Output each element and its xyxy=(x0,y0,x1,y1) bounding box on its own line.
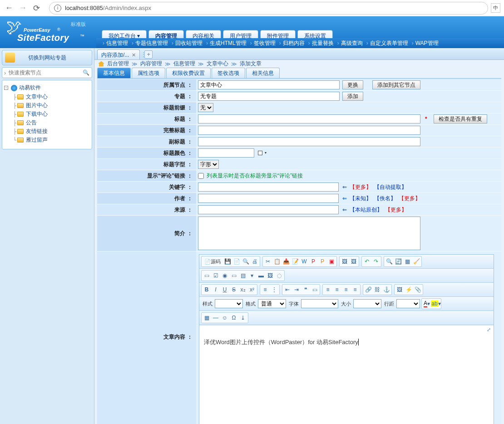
input-full-title[interactable] xyxy=(198,126,420,135)
newpage-icon[interactable]: 📄 xyxy=(232,257,241,266)
btn-source[interactable]: 📄 源码 xyxy=(202,257,223,266)
tree-item-article[interactable]: ├文章中心 xyxy=(4,93,90,101)
tree-item-notice[interactable]: ├公告 xyxy=(4,118,90,127)
bgcolor-icon[interactable]: ab▾ xyxy=(431,299,440,308)
select-title-prefix[interactable]: 无 xyxy=(198,103,213,112)
copy-icon[interactable]: 📋 xyxy=(272,257,282,266)
subnav-customform[interactable]: 自定义表单管理 xyxy=(366,39,408,47)
sidebar-switch-topic[interactable]: 切换到网站专题 xyxy=(2,50,92,65)
link-source-orig[interactable]: 【本站原创】 xyxy=(350,206,382,214)
radio-icon[interactable]: ◉ xyxy=(220,271,229,280)
tree-item-links[interactable]: ├友情链接 xyxy=(4,127,90,136)
color-picker-icon[interactable] xyxy=(258,151,262,155)
hidden-icon[interactable]: ◌ xyxy=(275,271,284,280)
checkbox-icon[interactable]: ☑ xyxy=(211,271,220,280)
forward-button[interactable]: → xyxy=(17,3,28,14)
align-left-icon[interactable]: ≡ xyxy=(323,285,332,294)
input-belong-node[interactable] xyxy=(198,80,340,89)
crumb-item[interactable]: 文章中心 xyxy=(207,60,228,68)
formtab-props[interactable]: 属性选项 xyxy=(132,68,165,78)
numlist-icon[interactable]: ≡ xyxy=(261,285,270,294)
close-icon[interactable]: ✕ xyxy=(132,50,136,59)
paste-icon[interactable]: 📥 xyxy=(282,257,291,266)
select-line[interactable] xyxy=(396,299,420,308)
find-icon[interactable]: 🔍 xyxy=(385,257,394,266)
selectall-icon[interactable]: ▦ xyxy=(403,257,412,266)
checkbox-show-comment[interactable] xyxy=(198,173,204,179)
input-source[interactable] xyxy=(198,205,339,214)
formtab-basic[interactable]: 基本信息 xyxy=(97,68,131,78)
input-author[interactable] xyxy=(198,194,339,203)
text-icon[interactable]: ▭ xyxy=(229,271,238,280)
subnav-info[interactable]: 信息管理 xyxy=(103,39,128,47)
textcolor-icon[interactable]: A▾ xyxy=(422,299,431,308)
back-button[interactable]: ← xyxy=(4,3,15,14)
select-size[interactable] xyxy=(353,299,381,308)
flash-icon[interactable]: ⚡ xyxy=(404,285,413,294)
input-title[interactable] xyxy=(198,114,420,123)
link-icon[interactable]: 🔗 xyxy=(364,285,373,294)
tree-item-download[interactable]: ├下载中心 xyxy=(4,110,90,118)
lang-switch[interactable]: 中 xyxy=(491,3,500,13)
formtab-sign[interactable]: 签收选项 xyxy=(212,68,245,78)
underline-icon[interactable]: U xyxy=(220,285,229,294)
link-author-more[interactable]: 【更多】 xyxy=(399,195,420,202)
input-title-color[interactable] xyxy=(198,148,254,158)
unlink-icon[interactable]: ⛓ xyxy=(373,285,382,294)
subnav-wap[interactable]: WAP管理 xyxy=(412,39,439,47)
italic-icon[interactable]: I xyxy=(211,285,220,294)
input-subtitle[interactable] xyxy=(198,137,420,146)
cut-icon[interactable]: ✂ xyxy=(263,257,272,266)
subscript-icon[interactable]: x₂ xyxy=(238,285,247,294)
attach-icon[interactable]: 📎 xyxy=(413,285,422,294)
pagebreak-icon[interactable]: ⤓ xyxy=(238,313,247,322)
subnav-adv-search[interactable]: 高级查询 xyxy=(337,39,363,47)
paste-word-icon[interactable]: W xyxy=(300,257,309,266)
crumb-item[interactable]: 后台管理 xyxy=(107,60,129,68)
crumb-item[interactable]: 内容管理 xyxy=(140,60,162,68)
link-author-alias[interactable]: 【佚名】 xyxy=(374,195,396,202)
bold-icon[interactable]: B xyxy=(202,285,211,294)
reload-button[interactable]: ⟳ xyxy=(31,3,42,14)
address-bar[interactable]: i localhost:8085/Admin/index.aspx xyxy=(49,2,488,15)
outdent-icon[interactable]: ⇤ xyxy=(283,285,292,294)
print-icon[interactable]: 🖨 xyxy=(250,257,259,266)
paste-ppt2-icon[interactable]: P xyxy=(318,257,327,266)
select-format[interactable]: 普通 xyxy=(258,299,286,308)
select-icon[interactable]: ▾ xyxy=(247,271,257,280)
undo-icon[interactable]: ↶ xyxy=(362,257,371,266)
strike-icon[interactable]: S xyxy=(229,285,238,294)
collapse-icon[interactable]: - xyxy=(4,86,8,90)
form-icon[interactable]: ▭ xyxy=(202,271,211,280)
anchor-icon[interactable]: ⚓ xyxy=(382,285,391,294)
tree-item-image[interactable]: ├图片中心 xyxy=(4,101,90,110)
paste-ppt-icon[interactable]: P xyxy=(309,257,318,266)
save-icon[interactable]: 💾 xyxy=(223,257,232,266)
btn-check-duplicate[interactable]: 检查是否具有重复 xyxy=(434,114,487,123)
preview-icon[interactable]: 🔍 xyxy=(241,257,250,266)
tree-item-guest[interactable]: └雁过留声 xyxy=(4,136,90,144)
superscript-icon[interactable]: x² xyxy=(247,285,257,294)
indent-icon[interactable]: ⇥ xyxy=(292,285,301,294)
button-icon[interactable]: ▬ xyxy=(257,271,266,280)
special-icon[interactable]: Ω xyxy=(229,313,238,322)
formtab-related[interactable]: 相关信息 xyxy=(246,68,280,78)
image3-icon[interactable]: 🖼 xyxy=(395,285,404,294)
btn-add-topic[interactable]: 添加 xyxy=(342,92,363,101)
image2-icon[interactable]: 🖼 xyxy=(349,257,358,266)
formtab-permission[interactable]: 权限收费设置 xyxy=(166,68,211,78)
site-info-icon[interactable]: i xyxy=(54,5,61,12)
imgbtn-icon[interactable]: 🖼 xyxy=(266,271,275,280)
subnav-batch[interactable]: 批量替换 xyxy=(308,39,334,47)
link-author-unknown[interactable]: 【未知】 xyxy=(350,195,371,202)
div-icon[interactable]: ▭ xyxy=(310,285,319,294)
home-icon[interactable] xyxy=(98,61,104,67)
image-icon[interactable]: 🖼 xyxy=(340,257,349,266)
btn-change-node[interactable]: 更换 xyxy=(342,80,363,89)
add-tab-button[interactable]: + xyxy=(144,50,153,59)
subnav-sign[interactable]: 签收管理 xyxy=(250,39,276,47)
tree-root[interactable]: - 动易软件 xyxy=(4,83,90,93)
bullist-icon[interactable]: ⋮ xyxy=(270,285,279,294)
clearformat-icon[interactable]: 🧹 xyxy=(412,257,421,266)
select-font[interactable] xyxy=(301,299,338,308)
